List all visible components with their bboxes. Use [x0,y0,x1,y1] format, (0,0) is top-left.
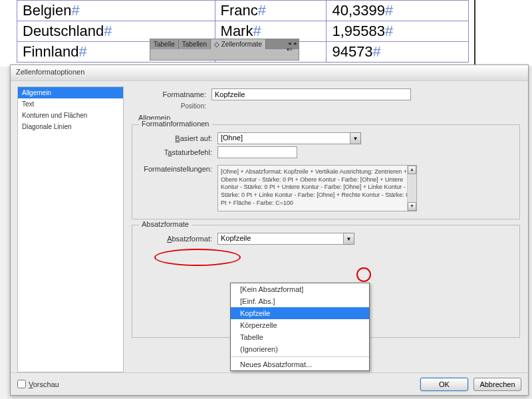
preview-checkbox-input[interactable] [17,380,26,388]
panel-body [150,49,299,60]
absatzformat-combo[interactable]: Kopfzeile [217,233,344,245]
sidebar-item-konturen[interactable]: Konturen und Flächen [18,110,123,121]
fieldset-formatinformationen: Formatinformationen Basiert auf: [Ohne] … [132,124,520,219]
panel-collapse-icon[interactable]: ◄◄▾≡ [287,41,297,53]
tastatur-input[interactable] [217,146,297,158]
chevron-down-icon[interactable]: ▼ [350,132,361,144]
formatname-input[interactable] [211,88,411,100]
tastatur-label: Tastaturbefehl: [138,148,217,156]
preview-checkbox[interactable]: Vorschau [17,380,59,388]
dropdown-separator [231,356,369,357]
ok-button[interactable]: OK [420,378,468,391]
page-edge [474,0,475,66]
sidebar-item-allgemein[interactable]: Allgemein [18,87,123,98]
dd-item-ignorieren[interactable]: (Ignorieren) [231,343,369,355]
dd-item-neues[interactable]: Neues Absatzformat... [231,358,369,370]
cell-format-options-dialog: Zellenformatoptionen Allgemein Text Kont… [10,65,529,396]
dd-item-tabelle[interactable]: Tabelle [231,331,369,343]
legend-formatinfo: Formatinformationen [139,120,212,128]
sidebar-item-diagonale[interactable]: Diagonale Linien [18,121,123,132]
scroll-down-icon[interactable]: ▼ [408,202,416,211]
panel-tab-tabellen[interactable]: Tabellen [179,39,211,49]
position-label: Position: [132,102,211,110]
table-row: Belgien# Franc# 40,3399# [17,1,469,21]
panel-tab-tabelle[interactable]: Tabelle [150,39,179,49]
legend-absatzformate: Absatzformate [139,220,192,228]
sidebar-item-text[interactable]: Text [18,98,123,110]
cancel-button[interactable]: Abbrechen [473,378,521,391]
panel-tab-zellenformate[interactable]: ◇ Zellenformate [211,39,266,49]
scrollbar[interactable]: ▲ ▼ [407,166,416,211]
basiert-label: Basiert auf: [138,134,217,142]
dialog-titlebar: Zellenformatoptionen [11,65,528,81]
absatzformat-dropdown[interactable]: [Kein Absatzformat] [Einf. Abs.] Kopfzei… [230,283,370,371]
absatzformat-label: Absatzformat: [138,235,217,243]
dd-item-koerperzelle[interactable]: Körperzelle [231,319,369,331]
scroll-up-icon[interactable]: ▲ [408,166,416,174]
settings-label: Formateinstellungen: [138,165,217,173]
settings-readonly-box: [Ohne] + Absatzformat: Kopfzeile + Verti… [217,165,417,211]
para-mark: # [71,2,79,19]
dd-item-einf[interactable]: [Einf. Abs.] [231,295,369,307]
dd-item-kopfzeile[interactable]: Kopfzeile [231,307,369,319]
cell-styles-panel[interactable]: Tabelle Tabellen ◇ Zellenformate ◄◄▾≡ [150,39,299,61]
dialog-footer: Vorschau OK Abbrechen [11,372,528,395]
dd-item-kein[interactable]: [Kein Absatzformat] [231,283,369,295]
chevron-down-icon[interactable]: ▼ [344,233,354,245]
dialog-sidebar: Allgemein Text Konturen und Flächen Diag… [17,86,124,372]
formatname-label: Formatname: [132,90,211,98]
basiert-combo[interactable]: [Ohne] [217,132,350,144]
